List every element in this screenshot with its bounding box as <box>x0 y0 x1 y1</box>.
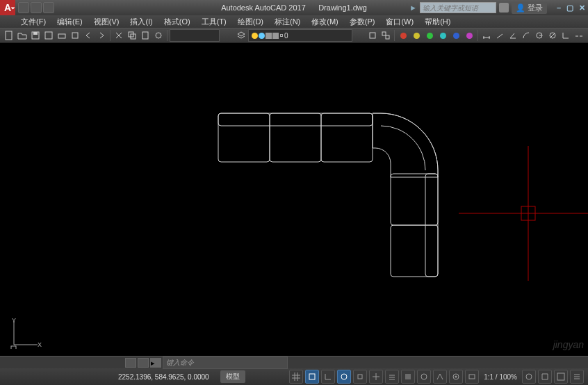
cmd-close-icon[interactable] <box>125 358 136 368</box>
qat-open-icon[interactable] <box>31 2 42 13</box>
color-red-icon[interactable] <box>397 29 409 42</box>
qat-dropdown-icon[interactable] <box>43 2 54 13</box>
transparency-icon[interactable] <box>401 370 415 384</box>
infocenter-icon[interactable] <box>499 3 509 13</box>
customize-icon[interactable] <box>570 370 584 384</box>
app-logo[interactable]: A <box>0 0 15 15</box>
ucs-icon: Y X <box>10 317 42 350</box>
menu-window[interactable]: 窗口(W) <box>380 17 419 27</box>
menu-modify[interactable]: 修改(M) <box>306 17 344 27</box>
cut-icon[interactable] <box>113 29 125 42</box>
color-blue-icon[interactable] <box>450 29 462 42</box>
annomonitor-icon[interactable] <box>465 370 479 384</box>
menu-format[interactable]: 格式(O) <box>158 17 196 27</box>
layer-name: 0 <box>284 32 288 40</box>
svg-rect-16 <box>270 113 321 162</box>
svg-rect-20 <box>391 225 438 277</box>
qat-new-icon[interactable] <box>18 2 29 13</box>
titlebar: A Autodesk AutoCAD 2017 Drawing1.dwg ► 👤… <box>0 0 588 15</box>
copy-icon[interactable] <box>126 29 138 42</box>
dim-radius-icon[interactable] <box>533 29 546 42</box>
layer-combo[interactable]: 0 <box>248 29 352 42</box>
plot-icon[interactable] <box>69 29 81 42</box>
login-button[interactable]: 👤 登录 <box>512 2 547 14</box>
search-input[interactable] <box>420 2 496 13</box>
hardware-accel-icon[interactable] <box>522 370 536 384</box>
ucs-x-label: X <box>38 341 42 348</box>
app-name: Autodesk AutoCAD 2017 <box>221 3 306 12</box>
polar-icon[interactable] <box>337 370 351 384</box>
layer-color-swatch <box>280 34 283 37</box>
drawing-canvas[interactable]: Y X jingyan <box>0 43 588 356</box>
snap-icon[interactable] <box>305 370 319 384</box>
grid-icon[interactable] <box>289 370 303 384</box>
color-green-icon[interactable] <box>423 29 436 42</box>
block-icon[interactable] <box>366 29 379 42</box>
dim-arc-icon[interactable] <box>520 29 532 42</box>
svg-point-36 <box>526 374 532 379</box>
user-icon: 👤 <box>516 3 525 13</box>
dim-angular-icon[interactable] <box>507 29 519 42</box>
color-yellow-icon[interactable] <box>410 29 423 42</box>
otrack-icon[interactable] <box>369 370 383 384</box>
separator <box>167 30 168 41</box>
svg-rect-17 <box>321 113 373 162</box>
menu-view[interactable]: 视图(V) <box>88 17 125 27</box>
dim-ordinate-icon[interactable] <box>560 29 572 42</box>
scale-readout[interactable]: 1:1 / 100% <box>481 373 520 381</box>
group-icon[interactable] <box>379 29 392 42</box>
layer-manager-icon[interactable] <box>235 29 247 42</box>
menu-insert[interactable]: 插入(I) <box>124 17 158 27</box>
dim-continue-icon[interactable] <box>573 29 585 42</box>
menu-dimension[interactable]: 标注(N) <box>269 17 306 27</box>
coordinates-readout: 2252.1396, 584.9625, 0.0000 <box>111 373 216 381</box>
ortho-icon[interactable] <box>321 370 335 384</box>
menu-edit[interactable]: 编辑(E) <box>51 17 88 27</box>
color-magenta-icon[interactable] <box>463 29 475 42</box>
redo-icon[interactable] <box>95 29 108 42</box>
cmd-prompt-icon[interactable]: ▸ <box>150 358 161 368</box>
undo-icon[interactable] <box>82 29 95 42</box>
cmd-history-icon[interactable] <box>138 358 149 368</box>
close-icon[interactable]: ✕ <box>579 3 585 13</box>
svg-point-34 <box>455 376 457 378</box>
dim-diameter-icon[interactable] <box>546 29 559 42</box>
saveas-icon[interactable] <box>42 29 55 42</box>
minimize-icon[interactable]: – <box>557 3 561 13</box>
login-label: 登录 <box>528 3 543 13</box>
command-input[interactable]: 键入命令 <box>163 357 288 369</box>
model-tab[interactable]: 模型 <box>220 370 245 383</box>
dim-linear-icon[interactable] <box>480 29 493 42</box>
lineweight-icon[interactable] <box>385 370 399 384</box>
svg-rect-37 <box>557 373 564 380</box>
document-name: Drawing1.dwg <box>318 3 367 12</box>
command-line: ▸ 键入命令 <box>0 356 588 368</box>
menu-tools[interactable]: 工具(T) <box>196 17 232 27</box>
isolate-icon[interactable] <box>538 370 552 384</box>
annotation-icon[interactable] <box>433 370 447 384</box>
svg-rect-3 <box>45 32 52 39</box>
layer-lock-icon <box>266 33 272 39</box>
save-icon[interactable] <box>29 29 42 42</box>
new-icon[interactable] <box>3 29 15 42</box>
menu-parametric[interactable]: 参数(P) <box>344 17 381 27</box>
paste-icon[interactable] <box>139 29 152 42</box>
svg-rect-0 <box>6 31 12 40</box>
color-cyan-icon[interactable] <box>436 29 449 42</box>
menu-draw[interactable]: 绘图(D) <box>232 17 269 27</box>
svg-point-32 <box>421 374 427 379</box>
menu-file[interactable]: 文件(F) <box>15 17 51 27</box>
match-icon[interactable] <box>152 29 165 42</box>
osnap-icon[interactable] <box>353 370 367 384</box>
style-combo[interactable] <box>170 29 220 42</box>
dim-aligned-icon[interactable] <box>493 29 506 42</box>
workspace-icon[interactable] <box>449 370 463 384</box>
title-right: ► 👤 登录 – ▢ ✕ <box>409 2 585 14</box>
cycling-icon[interactable] <box>417 370 431 384</box>
menu-help[interactable]: 帮助(H) <box>419 17 456 27</box>
maximize-icon[interactable]: ▢ <box>566 3 573 13</box>
cleanscreen-icon[interactable] <box>554 370 568 384</box>
open-icon[interactable] <box>16 29 28 42</box>
svg-rect-4 <box>58 34 65 38</box>
print-icon[interactable] <box>56 29 68 42</box>
